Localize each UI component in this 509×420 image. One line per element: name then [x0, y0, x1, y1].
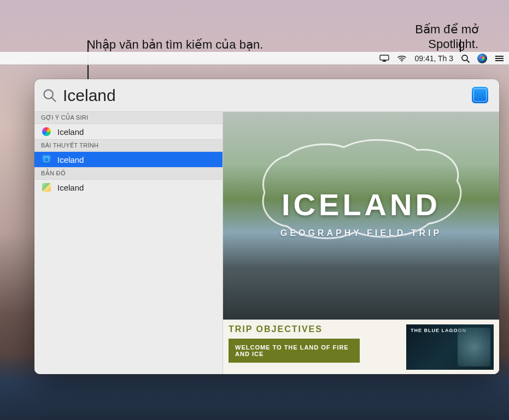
svg-rect-0 — [380, 55, 389, 60]
preview-hero-slide: ICELAND GEOGRAPHY FIELD TRIP — [223, 112, 499, 320]
objectives-welcome-card: WELCOME TO THE LAND OF FIRE AND ICE — [229, 339, 360, 363]
preview-subtitle: GEOGRAPHY FIELD TRIP — [223, 228, 499, 238]
section-header-presentations: BÀI THUYẾT TRÌNH — [34, 139, 223, 152]
objectives-header: TRIP OBJECTIVES — [229, 324, 400, 334]
notification-center-icon[interactable] — [495, 52, 505, 64]
svg-point-8 — [495, 60, 496, 61]
section-header-siri: GỢI Ý CỦA SIRI — [34, 112, 223, 124]
svg-point-7 — [495, 57, 496, 58]
search-icon — [42, 88, 57, 103]
section-header-maps: BẢN ĐỒ — [34, 167, 223, 180]
svg-point-6 — [495, 55, 496, 56]
result-label: Iceland — [57, 127, 84, 137]
svg-rect-4 — [496, 58, 504, 59]
result-row-keynote-iceland[interactable]: Iceland — [34, 152, 223, 167]
maps-icon — [42, 183, 51, 192]
wifi-icon[interactable] — [397, 52, 407, 64]
svg-point-1 — [401, 61, 402, 62]
result-app-icon — [472, 87, 489, 104]
side-card-blue-lagoon: THE BLUE LAGOON — [406, 324, 494, 370]
result-label: Iceland — [57, 183, 84, 192]
preview-title: ICELAND — [223, 187, 499, 222]
preview-footer: TRIP OBJECTIVES WELCOME TO THE LAND OF F… — [223, 320, 499, 374]
callout-search-label: Nhập văn bản tìm kiếm của bạn. — [87, 38, 264, 51]
clock-text: 09:41, Th 3 — [414, 54, 453, 63]
airplay-icon[interactable] — [379, 52, 389, 64]
callout-open-spotlight-label: Bấm để mở Spotlight. — [415, 22, 478, 51]
siri-menu-icon[interactable] — [477, 52, 487, 64]
spotlight-menu-icon[interactable] — [461, 52, 470, 64]
menubar: 09:41, Th 3 — [0, 52, 509, 65]
result-row-maps-iceland[interactable]: Iceland — [34, 180, 223, 195]
svg-rect-3 — [496, 56, 504, 57]
spotlight-results-list: GỢI Ý CỦA SIRI Iceland BÀI THUYẾT TRÌNH … — [34, 112, 223, 374]
side-card-title: THE BLUE LAGOON — [411, 328, 466, 333]
menubar-clock[interactable]: 09:41, Th 3 — [414, 52, 453, 64]
spotlight-search-bar — [34, 79, 499, 112]
result-row-siri-iceland[interactable]: Iceland — [34, 124, 223, 139]
spotlight-search-input[interactable] — [63, 86, 472, 105]
spotlight-window: GỢI Ý CỦA SIRI Iceland BÀI THUYẾT TRÌNH … — [34, 79, 499, 374]
svg-rect-5 — [496, 60, 504, 61]
keynote-icon — [42, 155, 51, 164]
siri-icon — [42, 127, 51, 136]
result-label: Iceland — [57, 155, 84, 164]
spotlight-preview-pane: ICELAND GEOGRAPHY FIELD TRIP TRIP OBJECT… — [223, 112, 499, 374]
